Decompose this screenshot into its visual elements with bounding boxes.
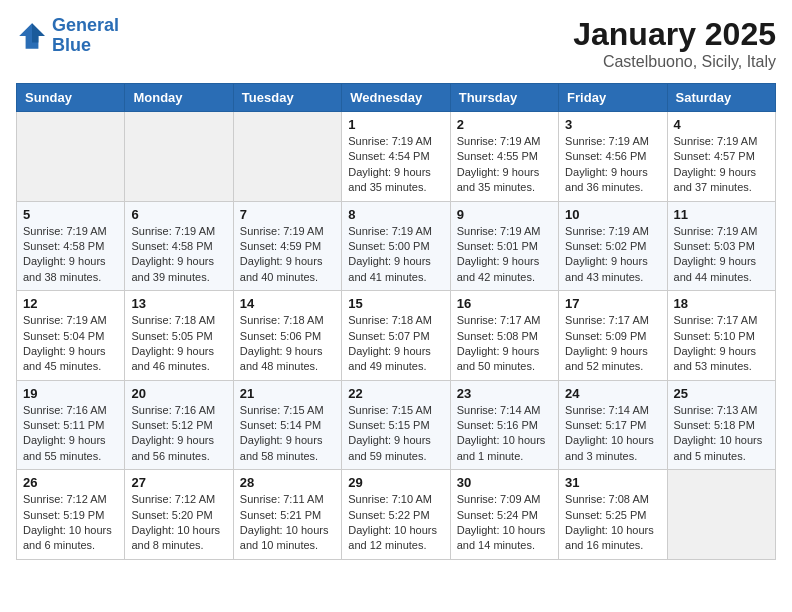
day-number: 3 — [565, 117, 660, 132]
day-number: 20 — [131, 386, 226, 401]
day-number: 2 — [457, 117, 552, 132]
day-info: Sunrise: 7:19 AM Sunset: 5:03 PM Dayligh… — [674, 224, 769, 286]
day-number: 29 — [348, 475, 443, 490]
calendar-subtitle: Castelbuono, Sicily, Italy — [573, 53, 776, 71]
day-info: Sunrise: 7:16 AM Sunset: 5:12 PM Dayligh… — [131, 403, 226, 465]
day-info: Sunrise: 7:08 AM Sunset: 5:25 PM Dayligh… — [565, 492, 660, 554]
day-info: Sunrise: 7:17 AM Sunset: 5:09 PM Dayligh… — [565, 313, 660, 375]
day-info: Sunrise: 7:14 AM Sunset: 5:16 PM Dayligh… — [457, 403, 552, 465]
calendar-cell: 1Sunrise: 7:19 AM Sunset: 4:54 PM Daylig… — [342, 112, 450, 202]
svg-marker-1 — [32, 23, 45, 42]
weekday-header: Thursday — [450, 84, 558, 112]
day-number: 9 — [457, 207, 552, 222]
logo-text: General Blue — [52, 16, 119, 56]
calendar-cell: 14Sunrise: 7:18 AM Sunset: 5:06 PM Dayli… — [233, 291, 341, 381]
day-info: Sunrise: 7:19 AM Sunset: 5:04 PM Dayligh… — [23, 313, 118, 375]
calendar-cell: 17Sunrise: 7:17 AM Sunset: 5:09 PM Dayli… — [559, 291, 667, 381]
day-info: Sunrise: 7:11 AM Sunset: 5:21 PM Dayligh… — [240, 492, 335, 554]
day-number: 5 — [23, 207, 118, 222]
day-info: Sunrise: 7:19 AM Sunset: 4:55 PM Dayligh… — [457, 134, 552, 196]
day-info: Sunrise: 7:19 AM Sunset: 4:59 PM Dayligh… — [240, 224, 335, 286]
day-info: Sunrise: 7:17 AM Sunset: 5:08 PM Dayligh… — [457, 313, 552, 375]
day-info: Sunrise: 7:12 AM Sunset: 5:19 PM Dayligh… — [23, 492, 118, 554]
calendar-cell: 7Sunrise: 7:19 AM Sunset: 4:59 PM Daylig… — [233, 201, 341, 291]
calendar-cell: 23Sunrise: 7:14 AM Sunset: 5:16 PM Dayli… — [450, 380, 558, 470]
calendar-cell: 3Sunrise: 7:19 AM Sunset: 4:56 PM Daylig… — [559, 112, 667, 202]
day-info: Sunrise: 7:12 AM Sunset: 5:20 PM Dayligh… — [131, 492, 226, 554]
calendar-cell — [233, 112, 341, 202]
calendar-cell: 28Sunrise: 7:11 AM Sunset: 5:21 PM Dayli… — [233, 470, 341, 560]
day-number: 1 — [348, 117, 443, 132]
calendar-cell: 18Sunrise: 7:17 AM Sunset: 5:10 PM Dayli… — [667, 291, 775, 381]
calendar-cell: 21Sunrise: 7:15 AM Sunset: 5:14 PM Dayli… — [233, 380, 341, 470]
calendar-cell: 5Sunrise: 7:19 AM Sunset: 4:58 PM Daylig… — [17, 201, 125, 291]
weekday-header: Tuesday — [233, 84, 341, 112]
day-number: 18 — [674, 296, 769, 311]
day-number: 21 — [240, 386, 335, 401]
day-info: Sunrise: 7:19 AM Sunset: 4:56 PM Dayligh… — [565, 134, 660, 196]
day-number: 28 — [240, 475, 335, 490]
day-info: Sunrise: 7:16 AM Sunset: 5:11 PM Dayligh… — [23, 403, 118, 465]
weekday-header: Saturday — [667, 84, 775, 112]
day-number: 23 — [457, 386, 552, 401]
calendar-cell: 25Sunrise: 7:13 AM Sunset: 5:18 PM Dayli… — [667, 380, 775, 470]
calendar-cell: 11Sunrise: 7:19 AM Sunset: 5:03 PM Dayli… — [667, 201, 775, 291]
calendar-cell: 16Sunrise: 7:17 AM Sunset: 5:08 PM Dayli… — [450, 291, 558, 381]
day-info: Sunrise: 7:10 AM Sunset: 5:22 PM Dayligh… — [348, 492, 443, 554]
day-number: 19 — [23, 386, 118, 401]
calendar-cell: 26Sunrise: 7:12 AM Sunset: 5:19 PM Dayli… — [17, 470, 125, 560]
calendar-cell: 30Sunrise: 7:09 AM Sunset: 5:24 PM Dayli… — [450, 470, 558, 560]
day-number: 8 — [348, 207, 443, 222]
day-number: 10 — [565, 207, 660, 222]
day-info: Sunrise: 7:14 AM Sunset: 5:17 PM Dayligh… — [565, 403, 660, 465]
day-info: Sunrise: 7:19 AM Sunset: 4:57 PM Dayligh… — [674, 134, 769, 196]
calendar-cell: 31Sunrise: 7:08 AM Sunset: 5:25 PM Dayli… — [559, 470, 667, 560]
day-info: Sunrise: 7:18 AM Sunset: 5:07 PM Dayligh… — [348, 313, 443, 375]
day-info: Sunrise: 7:18 AM Sunset: 5:05 PM Dayligh… — [131, 313, 226, 375]
day-info: Sunrise: 7:19 AM Sunset: 5:00 PM Dayligh… — [348, 224, 443, 286]
day-number: 15 — [348, 296, 443, 311]
day-info: Sunrise: 7:19 AM Sunset: 4:54 PM Dayligh… — [348, 134, 443, 196]
calendar-cell: 13Sunrise: 7:18 AM Sunset: 5:05 PM Dayli… — [125, 291, 233, 381]
day-number: 7 — [240, 207, 335, 222]
day-number: 12 — [23, 296, 118, 311]
calendar-cell: 15Sunrise: 7:18 AM Sunset: 5:07 PM Dayli… — [342, 291, 450, 381]
day-info: Sunrise: 7:19 AM Sunset: 4:58 PM Dayligh… — [131, 224, 226, 286]
calendar-cell — [125, 112, 233, 202]
weekday-header: Wednesday — [342, 84, 450, 112]
calendar-cell: 4Sunrise: 7:19 AM Sunset: 4:57 PM Daylig… — [667, 112, 775, 202]
day-number: 14 — [240, 296, 335, 311]
weekday-header: Monday — [125, 84, 233, 112]
day-number: 31 — [565, 475, 660, 490]
day-number: 13 — [131, 296, 226, 311]
calendar-cell: 9Sunrise: 7:19 AM Sunset: 5:01 PM Daylig… — [450, 201, 558, 291]
day-info: Sunrise: 7:19 AM Sunset: 5:02 PM Dayligh… — [565, 224, 660, 286]
calendar-cell: 10Sunrise: 7:19 AM Sunset: 5:02 PM Dayli… — [559, 201, 667, 291]
day-number: 24 — [565, 386, 660, 401]
calendar-cell: 6Sunrise: 7:19 AM Sunset: 4:58 PM Daylig… — [125, 201, 233, 291]
day-info: Sunrise: 7:19 AM Sunset: 4:58 PM Dayligh… — [23, 224, 118, 286]
calendar-cell: 19Sunrise: 7:16 AM Sunset: 5:11 PM Dayli… — [17, 380, 125, 470]
weekday-header: Friday — [559, 84, 667, 112]
day-info: Sunrise: 7:09 AM Sunset: 5:24 PM Dayligh… — [457, 492, 552, 554]
calendar-cell: 29Sunrise: 7:10 AM Sunset: 5:22 PM Dayli… — [342, 470, 450, 560]
day-number: 22 — [348, 386, 443, 401]
calendar-cell: 27Sunrise: 7:12 AM Sunset: 5:20 PM Dayli… — [125, 470, 233, 560]
day-info: Sunrise: 7:19 AM Sunset: 5:01 PM Dayligh… — [457, 224, 552, 286]
day-number: 17 — [565, 296, 660, 311]
day-number: 16 — [457, 296, 552, 311]
day-info: Sunrise: 7:13 AM Sunset: 5:18 PM Dayligh… — [674, 403, 769, 465]
day-number: 27 — [131, 475, 226, 490]
weekday-header: Sunday — [17, 84, 125, 112]
calendar-cell: 12Sunrise: 7:19 AM Sunset: 5:04 PM Dayli… — [17, 291, 125, 381]
day-number: 11 — [674, 207, 769, 222]
calendar-title: January 2025 — [573, 16, 776, 53]
day-info: Sunrise: 7:17 AM Sunset: 5:10 PM Dayligh… — [674, 313, 769, 375]
calendar-cell — [667, 470, 775, 560]
calendar-cell: 20Sunrise: 7:16 AM Sunset: 5:12 PM Dayli… — [125, 380, 233, 470]
calendar-cell — [17, 112, 125, 202]
day-info: Sunrise: 7:18 AM Sunset: 5:06 PM Dayligh… — [240, 313, 335, 375]
calendar-cell: 8Sunrise: 7:19 AM Sunset: 5:00 PM Daylig… — [342, 201, 450, 291]
day-number: 30 — [457, 475, 552, 490]
day-info: Sunrise: 7:15 AM Sunset: 5:15 PM Dayligh… — [348, 403, 443, 465]
